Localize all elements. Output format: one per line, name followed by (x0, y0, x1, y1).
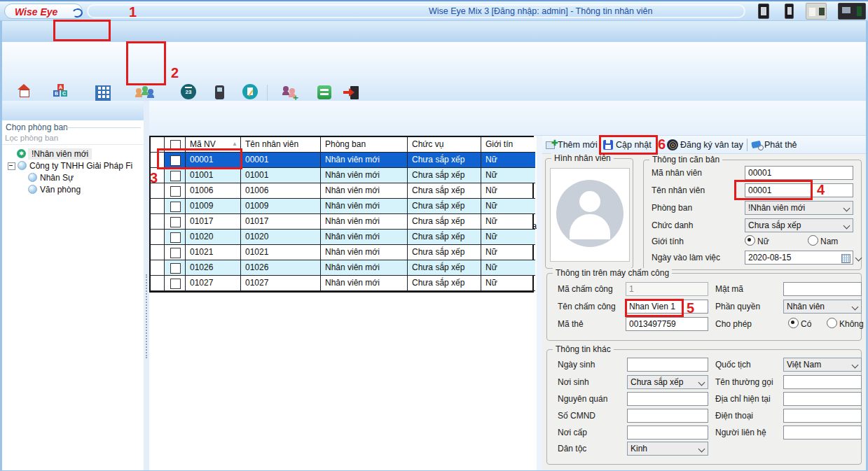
table-row[interactable]: 0102601026Nhân viên mớiChưa sắp xếpNữ (151, 260, 532, 276)
chevron-down-icon (852, 362, 859, 369)
phone-label: Điện thoại (715, 411, 753, 421)
cell-job-title: Chưa sắp xếp (408, 230, 481, 245)
add-new-button[interactable]: Thêm mới (558, 140, 598, 150)
row-indicator (151, 245, 165, 260)
department-filter-input[interactable]: Lọc phòng ban (5, 134, 58, 142)
annotation-box-6 (599, 135, 658, 155)
employee-photo[interactable] (550, 168, 630, 262)
id-number-field[interactable] (627, 409, 708, 423)
table-row[interactable]: 0102701027Nhân viên mớiChưa sắp xếpNữ (151, 276, 532, 291)
password-field[interactable] (783, 282, 862, 296)
row-checkbox[interactable] (165, 168, 186, 183)
calendar-icon (841, 254, 850, 263)
cell-department: Nhân viên mới (321, 168, 408, 183)
new-badge-icon: ✱ (17, 149, 26, 158)
nationality-select[interactable]: Việt Nam (783, 358, 862, 372)
table-row[interactable]: 0102001020Nhân viên mớiChưa sắp xếpNữ (151, 230, 532, 245)
gender-female-radio[interactable] (745, 235, 755, 246)
row-indicator (151, 214, 165, 230)
gender-male-radio[interactable] (808, 235, 818, 246)
tree-item-new-employees[interactable]: ✱ !Nhân viên mới (2, 148, 144, 160)
cell-gender: Nữ (481, 168, 535, 183)
cell-gender: Nữ (481, 153, 535, 168)
nationality-label: Quốc tịch (715, 360, 751, 370)
annotation-box-3 (157, 148, 242, 169)
cell-name: 01021 (241, 245, 321, 260)
row-checkbox[interactable] (165, 276, 186, 291)
chevron-down-icon (843, 223, 850, 230)
divider (2, 144, 144, 145)
attendance-code-field: 1 (626, 282, 708, 296)
department-select[interactable]: !Nhân viên mới (745, 201, 853, 215)
cell-code: 01017 (186, 214, 241, 230)
department-grid-icon (95, 85, 111, 101)
hometown-field[interactable] (627, 392, 708, 406)
employee-code-field[interactable]: 00001 (745, 166, 853, 180)
device-thumbnail-1 (758, 3, 769, 19)
header-ten-nhan-vien[interactable]: Tên nhân viên (241, 137, 321, 153)
table-row[interactable]: 0100601006Nhân viên mớiChưa sắp xếpNữ (151, 183, 532, 199)
row-checkbox[interactable] (165, 199, 186, 214)
birthplace-select[interactable]: Chưa sắp xếp (627, 375, 708, 389)
menu-tab-row: Mix 3 Khai báo Kết nối trực tiếp (Offlin… (0, 21, 868, 42)
cell-department: Nhân viên mới (321, 214, 408, 230)
start-date-label: Ngày vào làm việc (652, 253, 720, 262)
node-sphere-icon (28, 185, 37, 194)
issue-card-button[interactable]: Phát thẻ (764, 140, 797, 150)
cell-code: 01009 (186, 199, 241, 214)
employees-icon (136, 86, 154, 99)
cell-name: 01009 (241, 199, 321, 214)
login-users-icon: ＋ (282, 86, 300, 100)
allowed-no-radio[interactable] (827, 318, 837, 328)
vertical-splitter[interactable] (144, 101, 149, 470)
register-fingerprint-button[interactable]: Đăng ký vân tay (680, 140, 743, 150)
address-field[interactable] (783, 392, 862, 406)
detail-splitter[interactable] (537, 136, 542, 470)
header-chuc-vu[interactable]: Chức vụ (408, 137, 481, 153)
row-checkbox[interactable] (165, 245, 186, 260)
contact-label: Người liên hệ (715, 428, 766, 437)
table-row[interactable]: 0102101021Nhân viên mớiChưa sắp xếpNữ (151, 245, 532, 260)
collapse-expander-icon[interactable] (8, 162, 15, 170)
issue-card-icon (752, 141, 763, 150)
employee-code-label: Mã nhân viên (652, 168, 702, 178)
cell-job-title: Chưa sắp xếp (408, 168, 481, 183)
annotation-box-2 (126, 41, 166, 85)
issued-at-field[interactable] (627, 426, 708, 440)
dob-field[interactable] (627, 358, 708, 372)
annotation-box-5 (625, 299, 684, 317)
table-row[interactable]: 0100901009Nhân viên mớiChưa sắp xếpNữ (151, 199, 532, 214)
phone-field[interactable] (783, 409, 862, 423)
row-checkbox[interactable] (165, 183, 186, 199)
eye-swoosh-icon (71, 8, 83, 19)
contact-field[interactable] (783, 426, 862, 440)
tree-item-van-phong[interactable]: Văn phòng (2, 184, 144, 195)
application-window: Wise Eye Wise Eye Mix 3 [Đăng nhập: admi… (0, 0, 868, 471)
ethnicity-select[interactable]: Kinh (627, 442, 708, 456)
header-gioi-tinh[interactable]: Giới tín (481, 137, 535, 153)
add-new-icon: ✚ (546, 140, 557, 150)
row-checkbox[interactable] (165, 214, 186, 230)
cell-gender: Nữ (481, 214, 535, 230)
annotation-box-4 (734, 180, 813, 200)
privilege-select[interactable]: Nhân viên (783, 300, 862, 314)
nickname-field[interactable] (783, 375, 862, 389)
avatar (556, 180, 624, 247)
row-checkbox[interactable] (165, 260, 186, 276)
table-row[interactable]: 0100101001Nhân viên mớiChưa sắp xếpNữ (151, 168, 532, 183)
cell-name: 01027 (241, 276, 321, 291)
table-row[interactable]: 0101701017Nhân viên mớiChưa sắp xếpNữ (151, 214, 532, 230)
tree-item-company[interactable]: Công ty TNHH Giải Pháp Fi (2, 160, 144, 171)
job-title-select[interactable]: Chưa sắp xếp (745, 218, 853, 232)
node-sphere-icon (18, 161, 27, 170)
row-checkbox[interactable] (165, 230, 186, 245)
sidebar-tab-strip: Thông tin nhân viên ✕ (2, 101, 144, 120)
address-label: Địa chỉ hiện tại (715, 394, 771, 404)
start-date-field[interactable]: 2020-08-15 (745, 251, 853, 265)
cell-code: 01026 (186, 260, 241, 276)
allowed-yes-radio[interactable] (788, 318, 799, 328)
tree-item-nhan-su[interactable]: Nhân Sự (2, 172, 144, 183)
header-phong-ban[interactable]: Phòng ban (321, 137, 408, 153)
card-number-field[interactable]: 0013497759 (626, 317, 708, 331)
cell-code: 01027 (186, 276, 241, 291)
